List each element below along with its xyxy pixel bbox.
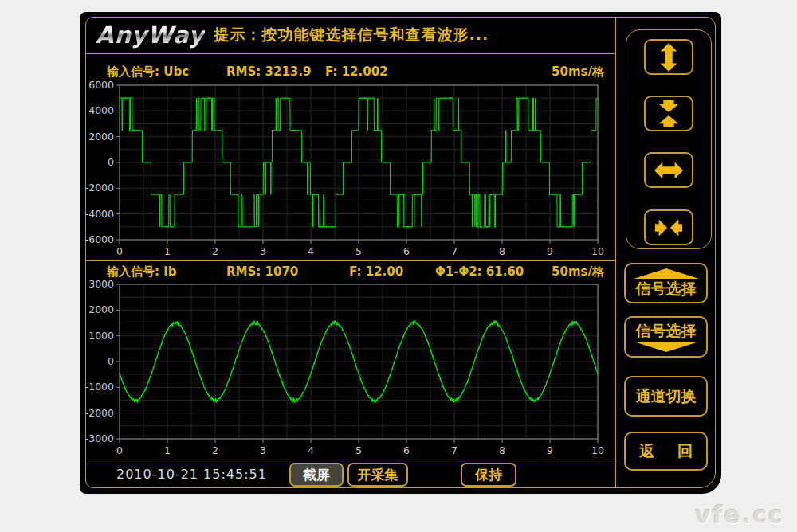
scale-button-group (626, 29, 712, 249)
anyway-logo: AnyWay (96, 22, 205, 49)
svg-text:-4000: -4000 (86, 208, 114, 220)
signal-select-down-label: 信号选择 (636, 321, 697, 342)
svg-text:10: 10 (591, 444, 604, 456)
svg-text:9: 9 (547, 245, 553, 257)
chart-divider (86, 260, 615, 261)
svg-text:0: 0 (116, 444, 123, 456)
vertical-expand-button[interactable] (644, 39, 693, 75)
svg-text:3000: 3000 (88, 278, 114, 290)
svg-text:4: 4 (308, 245, 314, 257)
svg-text:6: 6 (403, 245, 410, 257)
compress-horizontal-icon (654, 213, 684, 243)
waveform-chart-ib: 0123456789103000200010000-1000-2000-3000 (86, 278, 612, 458)
expand-horizontal-icon (654, 155, 684, 186)
svg-text:1: 1 (164, 245, 171, 257)
back-button[interactable]: 返 回 (624, 432, 708, 471)
svg-text:7: 7 (451, 245, 457, 257)
svg-text:2: 2 (212, 245, 218, 257)
svg-text:2: 2 (212, 444, 218, 456)
waveform-chart-ubc: 0123456789106000400020000-2000-4000-6000 (86, 79, 612, 259)
svg-text:8: 8 (499, 444, 505, 456)
svg-text:8: 8 (499, 245, 505, 257)
svg-text:1000: 1000 (88, 330, 114, 342)
channel1-timebase: 50ms/格 (552, 63, 604, 80)
horizontal-compress-button[interactable] (644, 209, 693, 245)
svg-text:10: 10 (591, 245, 604, 257)
svg-text:0: 0 (116, 245, 123, 257)
channel1-info-row: 输入信号: Ubc RMS: 3213.9 F: 12.002 50ms/格 (86, 63, 615, 80)
svg-text:5: 5 (355, 245, 362, 257)
channel-switch-label: 通道切换 (636, 386, 697, 407)
device-screen: AnyWay 提示：按功能键选择信号和查看波形... 输入信号: Ubc RMS… (80, 12, 721, 494)
channel1-frequency-value: F: 12.002 (325, 63, 388, 80)
header: AnyWay 提示：按功能键选择信号和查看波形... (86, 17, 615, 54)
signal-select-up-button[interactable]: 信号选择 (624, 263, 708, 303)
start-acquire-button[interactable]: 开采集 (347, 463, 408, 487)
screenshot-button[interactable]: 截屏 (289, 463, 344, 487)
svg-text:0: 0 (108, 355, 114, 367)
hold-button[interactable]: 保持 (461, 463, 516, 487)
channel-switch-button[interactable]: 通道切换 (624, 376, 708, 417)
footer-bar: 2010-10-21 15:45:51 截屏 开采集 保持 (86, 460, 615, 494)
compress-vertical-icon (654, 99, 684, 129)
svg-text:-1000: -1000 (86, 381, 114, 393)
page: AnyWay 提示：按功能键选择信号和查看波形... 输入信号: Ubc RMS… (0, 0, 797, 532)
vertical-compress-button[interactable] (644, 96, 693, 131)
svg-text:3: 3 (260, 444, 266, 456)
channel1-signal-label: 输入信号: Ubc (107, 63, 189, 80)
svg-text:9: 9 (547, 444, 553, 456)
back-label-left: 返 (639, 441, 654, 462)
hint-text: 提示：按功能键选择信号和查看波形... (214, 25, 489, 45)
svg-text:6000: 6000 (88, 79, 114, 91)
signal-select-up-label: 信号选择 (636, 279, 697, 299)
expand-vertical-icon (654, 42, 684, 72)
timestamp: 2010-10-21 15:45:51 (116, 467, 267, 482)
svg-text:3: 3 (260, 245, 266, 257)
svg-text:2000: 2000 (88, 131, 114, 143)
svg-text:-2000: -2000 (86, 407, 114, 419)
triangle-up-icon (634, 268, 699, 279)
svg-text:-6000: -6000 (86, 233, 114, 245)
watermark: vfe.cc (695, 501, 784, 529)
svg-text:2000: 2000 (88, 303, 114, 315)
back-label-right: 回 (677, 441, 693, 462)
svg-text:-3000: -3000 (86, 432, 114, 444)
svg-text:0: 0 (108, 156, 114, 168)
function-sidebar: 信号选择 信号选择 通道切换 返 回 (615, 17, 716, 488)
signal-select-down-button[interactable]: 信号选择 (624, 316, 708, 358)
svg-text:1: 1 (164, 444, 171, 456)
svg-text:5: 5 (355, 444, 362, 456)
channel1-rms-value: RMS: 3213.9 (226, 63, 311, 80)
svg-text:-2000: -2000 (86, 182, 114, 194)
horizontal-expand-button[interactable] (644, 152, 693, 188)
svg-text:6: 6 (403, 444, 410, 456)
triangle-down-icon (634, 342, 699, 352)
svg-text:7: 7 (451, 444, 457, 456)
svg-text:4: 4 (308, 444, 314, 456)
svg-text:4000: 4000 (88, 104, 114, 116)
